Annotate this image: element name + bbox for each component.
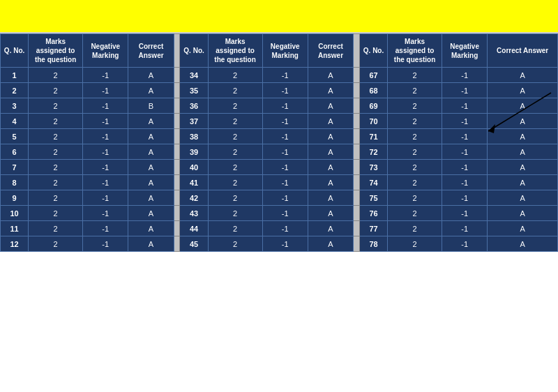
table-cell[interactable]: [174, 175, 180, 190]
table-cell[interactable]: -1: [442, 206, 488, 221]
table-cell[interactable]: 2: [388, 114, 442, 129]
table-cell[interactable]: 2: [29, 221, 83, 236]
table-cell[interactable]: A: [308, 160, 353, 175]
table-cell[interactable]: 2: [29, 160, 83, 175]
table-cell[interactable]: -1: [83, 175, 128, 190]
table-cell[interactable]: 2: [208, 68, 262, 83]
table-cell[interactable]: A: [308, 98, 353, 114]
table-cell[interactable]: 77: [359, 221, 387, 236]
table-cell[interactable]: 2: [208, 98, 262, 114]
table-cell[interactable]: A: [308, 236, 353, 252]
table-cell[interactable]: 2: [388, 175, 442, 190]
table-cell[interactable]: [174, 206, 180, 221]
table-cell[interactable]: 37: [180, 114, 208, 129]
table-cell[interactable]: 71: [359, 129, 387, 144]
table-cell[interactable]: [174, 190, 180, 206]
table-cell[interactable]: 2: [29, 98, 83, 114]
table-cell[interactable]: A: [308, 221, 353, 236]
table-cell[interactable]: 36: [180, 98, 208, 114]
table-cell[interactable]: 2: [208, 236, 262, 252]
table-cell[interactable]: [174, 98, 180, 114]
table-cell[interactable]: 76: [359, 206, 387, 221]
table-cell[interactable]: -1: [262, 160, 308, 175]
table-cell[interactable]: -1: [83, 190, 128, 206]
table-cell[interactable]: [354, 175, 360, 190]
table-cell[interactable]: 2: [208, 160, 262, 175]
table-cell[interactable]: 34: [180, 68, 208, 83]
table-cell[interactable]: 2: [208, 129, 262, 144]
table-cell[interactable]: -1: [442, 190, 488, 206]
table-cell[interactable]: [174, 144, 180, 160]
table-cell[interactable]: 2: [388, 144, 442, 160]
table-cell[interactable]: -1: [262, 206, 308, 221]
table-cell[interactable]: [354, 83, 360, 98]
table-cell[interactable]: 38: [180, 129, 208, 144]
table-cell[interactable]: [354, 190, 360, 206]
table-cell[interactable]: 42: [180, 190, 208, 206]
table-cell[interactable]: A: [128, 190, 174, 206]
table-cell[interactable]: 2: [208, 144, 262, 160]
table-cell[interactable]: A: [488, 175, 558, 190]
table-cell[interactable]: A: [488, 236, 558, 252]
table-cell[interactable]: 9: [1, 190, 29, 206]
table-cell[interactable]: [354, 114, 360, 129]
table-cell[interactable]: 1: [1, 68, 29, 83]
table-cell[interactable]: A: [308, 129, 353, 144]
table-cell[interactable]: 45: [180, 236, 208, 252]
table-cell[interactable]: 12: [1, 236, 29, 252]
table-cell[interactable]: 44: [180, 221, 208, 236]
table-cell[interactable]: A: [308, 144, 353, 160]
table-cell[interactable]: 74: [359, 175, 387, 190]
table-cell[interactable]: A: [488, 190, 558, 206]
table-cell[interactable]: A: [488, 98, 558, 114]
table-cell[interactable]: A: [128, 129, 174, 144]
table-cell[interactable]: 2: [208, 221, 262, 236]
table-cell[interactable]: 8: [1, 175, 29, 190]
table-cell[interactable]: 70: [359, 114, 387, 129]
table-cell[interactable]: A: [308, 83, 353, 98]
table-cell[interactable]: -1: [262, 144, 308, 160]
table-cell[interactable]: 2: [208, 114, 262, 129]
table-cell[interactable]: [174, 236, 180, 252]
table-cell[interactable]: A: [128, 236, 174, 252]
table-cell[interactable]: 2: [388, 68, 442, 83]
table-cell[interactable]: 2: [388, 221, 442, 236]
table-cell[interactable]: 40: [180, 160, 208, 175]
table-cell[interactable]: 2: [29, 206, 83, 221]
table-cell[interactable]: -1: [262, 175, 308, 190]
table-cell[interactable]: 3: [1, 98, 29, 114]
table-cell[interactable]: A: [488, 83, 558, 98]
table-cell[interactable]: 2: [1, 83, 29, 98]
table-cell[interactable]: [174, 114, 180, 129]
table-cell[interactable]: -1: [83, 98, 128, 114]
table-cell[interactable]: [174, 221, 180, 236]
table-cell[interactable]: 72: [359, 144, 387, 160]
table-cell[interactable]: 2: [29, 144, 83, 160]
table-cell[interactable]: A: [308, 114, 353, 129]
table-cell[interactable]: -1: [442, 129, 488, 144]
table-cell[interactable]: -1: [442, 144, 488, 160]
table-cell[interactable]: 2: [388, 98, 442, 114]
table-cell[interactable]: -1: [442, 98, 488, 114]
table-cell[interactable]: [354, 206, 360, 221]
table-cell[interactable]: [354, 236, 360, 252]
table-cell[interactable]: -1: [83, 114, 128, 129]
table-cell[interactable]: 69: [359, 98, 387, 114]
table-cell[interactable]: [354, 68, 360, 83]
table-cell[interactable]: 2: [29, 68, 83, 83]
table-cell[interactable]: 2: [388, 129, 442, 144]
table-cell[interactable]: 4: [1, 114, 29, 129]
table-cell[interactable]: 2: [388, 206, 442, 221]
table-cell[interactable]: -1: [262, 83, 308, 98]
table-cell[interactable]: [174, 160, 180, 175]
table-cell[interactable]: -1: [262, 68, 308, 83]
table-cell[interactable]: [174, 83, 180, 98]
table-cell[interactable]: -1: [262, 236, 308, 252]
table-cell[interactable]: 2: [388, 236, 442, 252]
table-cell[interactable]: -1: [262, 129, 308, 144]
table-cell[interactable]: 2: [208, 83, 262, 98]
table-cell[interactable]: A: [488, 68, 558, 83]
table-cell[interactable]: -1: [442, 160, 488, 175]
table-cell[interactable]: -1: [83, 236, 128, 252]
table-cell[interactable]: -1: [442, 175, 488, 190]
